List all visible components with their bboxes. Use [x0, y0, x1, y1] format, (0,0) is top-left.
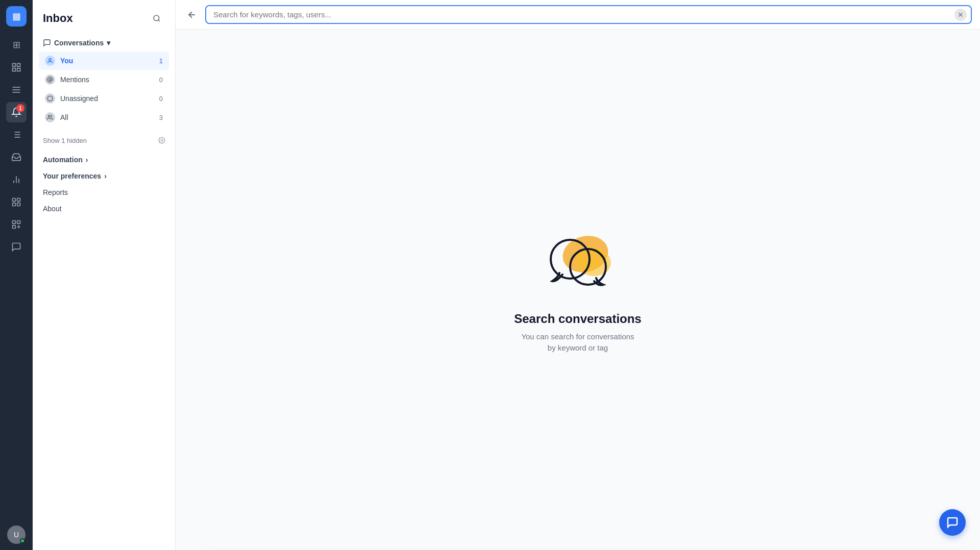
svg-rect-0 [13, 64, 16, 67]
analytics-icon[interactable] [6, 169, 27, 190]
section-settings-button[interactable] [155, 133, 169, 147]
sidebar-item-you[interactable]: You 1 [39, 52, 169, 70]
svg-rect-16 [13, 198, 16, 202]
you-label: You [60, 57, 73, 65]
sidebar-search-button[interactable] [149, 10, 165, 27]
svg-point-27 [49, 59, 51, 61]
dashboard-icon[interactable]: ⊞ [6, 35, 27, 55]
chat-fab-button[interactable] [939, 509, 966, 536]
all-label: All [60, 113, 68, 121]
conversations-chevron: ▾ [107, 39, 110, 47]
integrations-icon[interactable] [6, 192, 27, 212]
mentions-icon [45, 74, 55, 85]
add-widget-icon[interactable] [6, 214, 27, 235]
svg-line-26 [158, 20, 160, 21]
preferences-label: Your preferences [43, 172, 101, 180]
unassigned-label: Unassigned [60, 94, 98, 103]
chat-icon[interactable] [6, 237, 27, 257]
search-bar-area: ✕ [176, 0, 980, 30]
conversations-label: Conversations [54, 39, 104, 47]
svg-point-31 [161, 139, 163, 141]
svg-rect-3 [13, 68, 16, 71]
inbox-main-icon[interactable] [6, 147, 27, 167]
you-icon [45, 56, 55, 66]
empty-state: Search conversations You can search for … [176, 30, 980, 550]
about-label: About [43, 205, 62, 213]
sidebar-item-unassigned[interactable]: Unassigned 0 [39, 89, 169, 108]
sidebar-header: Inbox [33, 0, 175, 33]
notification-badge: 1 [16, 104, 24, 112]
reports-chart-icon[interactable] [6, 57, 27, 78]
list-icon[interactable] [6, 124, 27, 145]
all-icon [45, 112, 55, 122]
svg-point-29 [47, 96, 53, 101]
svg-rect-2 [17, 68, 20, 71]
unassigned-icon [45, 93, 55, 104]
automation-chevron: › [86, 156, 88, 164]
icon-navigation: ▦ ⊞ 1 [0, 0, 33, 550]
automation-label: Automation [43, 156, 83, 164]
search-input[interactable] [205, 5, 972, 24]
all-count: 3 [159, 114, 163, 121]
svg-rect-19 [13, 203, 16, 206]
reports-label: Reports [43, 188, 68, 196]
unassigned-count: 0 [159, 95, 163, 103]
svg-rect-1 [17, 64, 20, 67]
search-illustration [537, 226, 619, 297]
mentions-count: 0 [159, 76, 163, 84]
svg-rect-21 [17, 221, 20, 224]
search-input-wrapper: ✕ [205, 5, 972, 24]
app-logo: ▦ [6, 6, 27, 27]
online-status-dot [20, 538, 25, 543]
search-clear-button[interactable]: ✕ [954, 9, 967, 21]
svg-point-25 [154, 15, 159, 21]
about-link[interactable]: About [33, 201, 175, 217]
you-count: 1 [159, 57, 163, 65]
main-content-area: ✕ Search by 🏷 Tag User Assignee [176, 0, 980, 550]
back-button[interactable] [184, 7, 200, 23]
notifications-icon[interactable]: 1 [6, 102, 27, 122]
sidebar-item-mentions[interactable]: Mentions 0 [39, 70, 169, 89]
reports-link[interactable]: Reports [33, 184, 175, 201]
svg-rect-17 [17, 198, 20, 202]
page-title: Inbox [43, 12, 73, 25]
preferences-chevron: › [104, 172, 107, 180]
svg-rect-20 [13, 221, 16, 224]
navigation-icon[interactable] [6, 80, 27, 100]
empty-state-title: Search conversations [514, 312, 641, 326]
show-hidden-button[interactable]: Show 1 hidden [39, 135, 91, 146]
sidebar-item-all[interactable]: All 3 [39, 108, 169, 127]
preferences-section-btn[interactable]: Your preferences › [33, 168, 175, 184]
conversations-section: Conversations ▾ You 1 M [33, 33, 175, 129]
sidebar: Inbox Conversations ▾ You 1 [33, 0, 176, 550]
svg-rect-18 [17, 203, 20, 206]
svg-rect-22 [13, 226, 16, 229]
user-avatar[interactable]: U [7, 526, 26, 544]
show-hidden-row: Show 1 hidden [33, 130, 175, 151]
mentions-label: Mentions [60, 76, 89, 84]
svg-point-30 [48, 115, 51, 117]
automation-section-btn[interactable]: Automation › [33, 152, 175, 168]
empty-state-subtitle: You can search for conversations by keyw… [521, 331, 634, 354]
conversations-header[interactable]: Conversations ▾ [39, 35, 169, 51]
